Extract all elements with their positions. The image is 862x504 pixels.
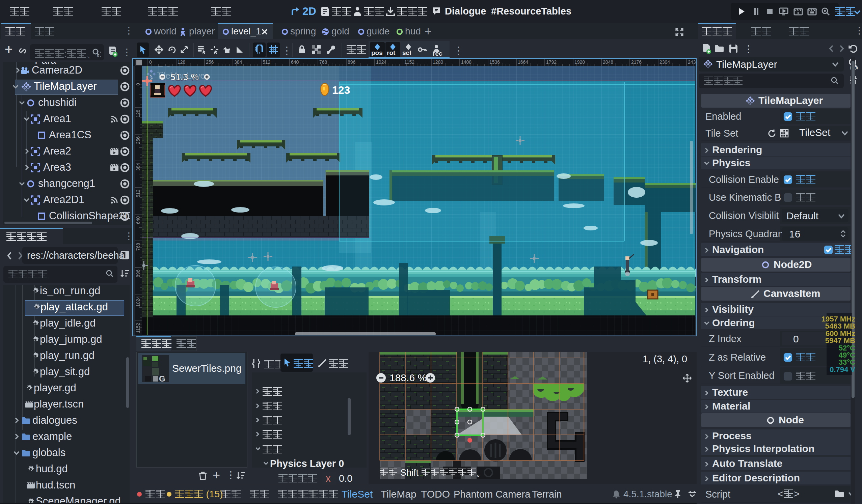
svg-text:896: 896 xyxy=(135,269,141,278)
svg-text:1024: 1024 xyxy=(376,59,387,65)
svg-text:384: 384 xyxy=(234,59,242,65)
svg-text:0: 0 xyxy=(149,59,152,65)
svg-text:384: 384 xyxy=(135,163,141,171)
svg-text:1408: 1408 xyxy=(461,59,471,65)
svg-text:2432: 2432 xyxy=(688,59,697,65)
svg-text:512: 512 xyxy=(135,189,141,198)
svg-text:51.3 %: 51.3 % xyxy=(170,72,199,82)
svg-text:1152: 1152 xyxy=(404,59,415,65)
svg-text:128: 128 xyxy=(135,110,141,118)
svg-text:1280: 1280 xyxy=(433,59,443,65)
svg-text:256: 256 xyxy=(135,136,141,144)
svg-text:123: 123 xyxy=(332,84,350,96)
svg-text:1792: 1792 xyxy=(546,59,557,65)
svg-text:2304: 2304 xyxy=(659,59,670,65)
svg-text:640: 640 xyxy=(291,59,299,65)
svg-text:0: 0 xyxy=(135,83,141,86)
svg-text:1536: 1536 xyxy=(489,59,500,65)
svg-text:1152: 1152 xyxy=(135,323,141,333)
svg-text:256: 256 xyxy=(206,59,214,65)
svg-text:1920: 1920 xyxy=(574,59,585,65)
svg-text:128: 128 xyxy=(178,59,186,65)
svg-text:768: 768 xyxy=(135,243,141,251)
svg-text:1024: 1024 xyxy=(135,296,141,307)
svg-text:896: 896 xyxy=(348,59,356,65)
svg-text:2048: 2048 xyxy=(603,59,613,65)
svg-text:2176: 2176 xyxy=(631,59,642,65)
svg-text:512: 512 xyxy=(263,59,271,65)
svg-text:768: 768 xyxy=(319,59,327,65)
svg-text:1664: 1664 xyxy=(518,59,528,65)
svg-text:640: 640 xyxy=(135,216,141,224)
svg-text:G: G xyxy=(159,374,165,382)
